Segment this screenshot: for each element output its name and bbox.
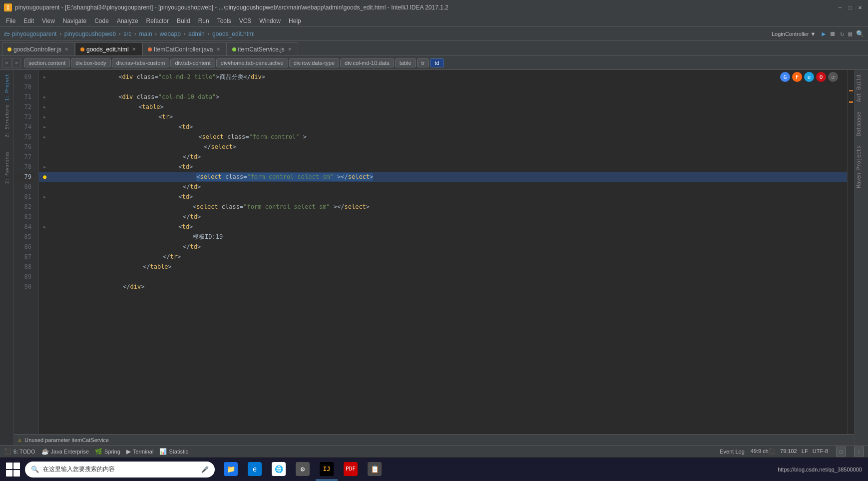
- favorites-tab[interactable]: 2: Favorites: [3, 149, 10, 186]
- start-button[interactable]: [2, 459, 24, 481]
- code-scroll[interactable]: 69 70 71 72 73 74 75 76 77 78 79 80 81 8…: [14, 70, 854, 434]
- opera-icon[interactable]: O: [816, 72, 826, 82]
- tab-close-goods-edit[interactable]: ✕: [131, 46, 137, 52]
- code-line-76[interactable]: </select>: [39, 142, 847, 152]
- code-line-74[interactable]: ▸ <td>: [39, 122, 847, 132]
- code-line-80[interactable]: </td>: [39, 182, 847, 192]
- code-line-88[interactable]: </table>: [39, 262, 847, 272]
- tab-close-goodscontroller[interactable]: ✕: [63, 46, 69, 52]
- taskbar-app-settings[interactable]: ⚙: [292, 459, 314, 481]
- nav-forward-arrow[interactable]: »: [12, 58, 21, 67]
- structure-tab[interactable]: 2: Structure: [3, 103, 10, 139]
- selector-section-content[interactable]: section.content: [24, 58, 70, 67]
- taskbar-search[interactable]: 🔍 在这里输入您要搜索的内容 🎤: [25, 462, 215, 478]
- chrome-icon[interactable]: G: [780, 72, 790, 82]
- menu-navigate[interactable]: Navigate: [59, 16, 90, 25]
- code-line-75[interactable]: ▸ <select class="form-control" >: [39, 132, 847, 142]
- debug-stop-icon[interactable]: ⏹: [830, 30, 836, 37]
- menu-tools[interactable]: Tools: [213, 16, 235, 25]
- code-line-77[interactable]: </td>: [39, 152, 847, 162]
- firefox-icon[interactable]: F: [792, 72, 802, 82]
- step-icon[interactable]: ↻: [840, 30, 844, 37]
- status-todo[interactable]: ⬛ 6: TODO: [4, 448, 35, 455]
- status-btn-1[interactable]: □: [836, 447, 846, 457]
- ie-icon[interactable]: e: [804, 72, 814, 82]
- fold-marker-73[interactable]: ▸: [43, 112, 46, 122]
- code-line-83[interactable]: </td>: [39, 212, 847, 222]
- taskbar-app-explorer[interactable]: 📁: [220, 459, 242, 481]
- breadcrumb-file[interactable]: goods_edit.html: [212, 30, 255, 37]
- code-line-82[interactable]: <select class="form-control select-sm" >…: [39, 202, 847, 212]
- fold-marker-78[interactable]: ▸: [43, 162, 46, 172]
- code-line-73[interactable]: ▸ <tr>: [39, 112, 847, 122]
- fold-marker-72[interactable]: ▸: [43, 102, 46, 112]
- menu-refactor[interactable]: Refactor: [142, 16, 173, 25]
- selector-div-nav-tabs[interactable]: div.nav-tabs-custom: [112, 58, 170, 67]
- code-line-90[interactable]: </div>: [39, 282, 847, 292]
- breadcrumb-pinyougouparent[interactable]: pinyougouparent: [12, 30, 56, 37]
- breadcrumb-webapp[interactable]: webapp: [160, 30, 181, 37]
- fold-marker-75[interactable]: ▸: [43, 132, 46, 142]
- code-line-72[interactable]: ▸ <table>: [39, 102, 847, 112]
- breadcrumb-right-item[interactable]: LoginController ▼: [772, 31, 816, 37]
- code-line-78[interactable]: ▸ <td>: [39, 162, 847, 172]
- project-tab[interactable]: 1: Project: [3, 72, 10, 103]
- fold-marker-84[interactable]: ▸: [43, 222, 46, 232]
- taskbar-app-idea[interactable]: IJ: [316, 459, 338, 481]
- fold-marker-81[interactable]: ▸: [43, 192, 46, 202]
- taskbar-app-edge[interactable]: e: [244, 459, 266, 481]
- menu-edit[interactable]: Edit: [19, 16, 38, 25]
- run-icon[interactable]: ▶: [822, 30, 826, 37]
- selector-div-tab-content[interactable]: div.tab-content: [170, 58, 215, 67]
- selector-tr[interactable]: tr: [417, 58, 430, 67]
- close-button[interactable]: ✕: [856, 3, 864, 11]
- fold-marker-71[interactable]: ▸: [43, 92, 46, 102]
- tab-itemcatcontroller[interactable]: ItemCatController.java ✕: [142, 42, 227, 55]
- status-statistic[interactable]: 📊 Statistic: [159, 448, 188, 455]
- tab-itemcatservice[interactable]: itemCatService.js ✕: [227, 42, 298, 55]
- minimize-button[interactable]: ─: [836, 3, 844, 11]
- code-line-71[interactable]: ▸ <div class="col-md-10 data">: [39, 92, 847, 102]
- selector-td[interactable]: td: [430, 58, 443, 67]
- grid-icon[interactable]: ▦: [848, 30, 852, 37]
- tab-close-js2[interactable]: ✕: [287, 46, 293, 52]
- code-line-79[interactable]: ● <select class="form-control select-sm"…: [39, 172, 847, 182]
- taskbar-app-chrome[interactable]: 🌐: [268, 459, 290, 481]
- menu-build[interactable]: Build: [173, 16, 194, 25]
- breadcrumb-src[interactable]: src: [123, 30, 131, 37]
- status-btn-2[interactable]: :: [854, 447, 864, 457]
- fold-marker-69[interactable]: ▸: [43, 72, 46, 82]
- tab-close-java[interactable]: ✕: [215, 46, 221, 52]
- status-terminal[interactable]: ▶ Terminal: [126, 448, 154, 455]
- code-line-69[interactable]: ▸ <div class="col-md-2 title">商品分类</div>: [39, 72, 847, 82]
- breadcrumb-main[interactable]: main: [139, 30, 152, 37]
- menu-run[interactable]: Run: [194, 16, 213, 25]
- tab-goods-edit[interactable]: goods_edit.html ✕: [75, 42, 142, 55]
- search-toolbar-icon[interactable]: 🔍: [856, 30, 864, 37]
- menu-vcs[interactable]: VCS: [235, 16, 256, 25]
- event-log[interactable]: Event Log: [720, 449, 745, 455]
- code-lines[interactable]: ▸ <div class="col-md-2 title">商品分类</div>…: [39, 70, 847, 434]
- code-line-87[interactable]: </tr>: [39, 252, 847, 262]
- reload-icon[interactable]: ↺: [828, 72, 838, 82]
- code-line-70[interactable]: [39, 82, 847, 92]
- side-tab-ant-build[interactable]: Ant Build: [855, 70, 868, 107]
- selector-div-row[interactable]: div.row.data-type: [289, 58, 339, 67]
- menu-view[interactable]: View: [38, 16, 59, 25]
- selector-div-home[interactable]: div#home.tab-pane.active: [216, 58, 288, 67]
- menu-window[interactable]: Window: [255, 16, 285, 25]
- code-line-85[interactable]: 模板ID:19: [39, 232, 847, 242]
- side-tab-maven[interactable]: Maven Projects: [855, 141, 868, 193]
- code-line-81[interactable]: ▸ <td>: [39, 192, 847, 202]
- breadcrumb-module[interactable]: pinyougoushopweb: [64, 30, 116, 37]
- menu-analyze[interactable]: Analyze: [113, 16, 142, 25]
- side-tab-database[interactable]: Database: [855, 107, 868, 141]
- code-line-86[interactable]: </td>: [39, 242, 847, 252]
- fold-marker-74[interactable]: ▸: [43, 122, 46, 132]
- code-line-84[interactable]: ▸ <td>: [39, 222, 847, 232]
- breadcrumb-project[interactable]: 🗁: [4, 30, 10, 37]
- selector-div-box-body[interactable]: div.box-body: [71, 58, 111, 67]
- menu-help[interactable]: Help: [285, 16, 305, 25]
- code-line-89[interactable]: [39, 272, 847, 282]
- status-spring[interactable]: 🌿 Spring: [95, 448, 120, 455]
